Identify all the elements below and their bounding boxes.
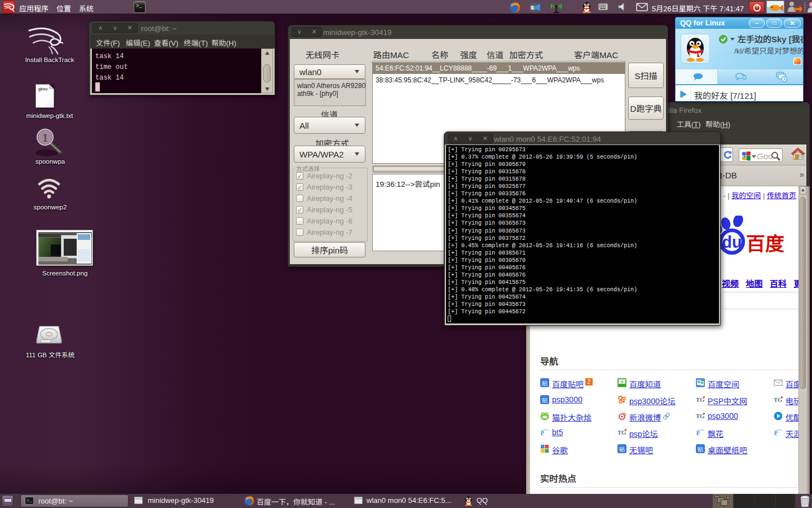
svg-text:贴: 贴 (619, 445, 625, 453)
svg-text:1: 1 (42, 130, 48, 144)
svg-text:贴: 贴 (542, 379, 548, 387)
svg-text:?: ? (621, 380, 624, 385)
svg-text:贴: 贴 (542, 396, 548, 404)
svg-text:du: du (722, 233, 742, 251)
svg-text:贴: 贴 (698, 445, 703, 453)
